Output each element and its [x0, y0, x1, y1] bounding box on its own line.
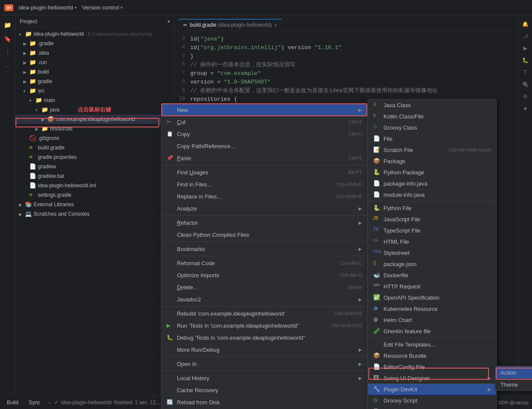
ctx-item-debug-tests[interactable]: 🐛 Debug 'Tests in 'com.example.ideaplugi… [161, 332, 367, 344]
sub-item-js-file[interactable]: JS JavaScript File [368, 214, 496, 225]
sub-item-kotlin[interactable]: K Kotlin Class/File [368, 111, 496, 122]
sub-item-package[interactable]: 📦 Package [368, 155, 496, 167]
ctx-item-reload[interactable]: 🔄 Reload from Disk [161, 396, 367, 408]
ctx-item-javadoc[interactable]: Javadoc2 ▶ [161, 293, 367, 305]
sub-item-http-req[interactable]: API HTTP Request [368, 281, 496, 292]
tree-item-gradlew[interactable]: 📄 gradlew [15, 162, 174, 171]
project-selector[interactable]: idea-plugin-helloworld ▾ [19, 4, 77, 11]
sub-item-python-file[interactable]: 🐍 Python File [368, 202, 496, 214]
sub-item-groovy-class[interactable]: G Groovy Class [368, 122, 496, 133]
sub-item-groovy-script[interactable]: G Groovy Script [368, 395, 496, 406]
sub-label-plugin-devkit: Plugin DevKit [384, 386, 417, 393]
sub-item-java-class[interactable]: J Java Class [368, 99, 496, 111]
sub-item-swing[interactable]: 🖼 Swing UI Designer ▶ [368, 372, 496, 384]
ctx-item-paste[interactable]: 📌 Paste Ctrl+V [161, 152, 367, 164]
notifications-icon[interactable]: 🔔 [520, 19, 531, 29]
tree-item-iml[interactable]: 📄 idea-plugin-helloworld.iml [15, 181, 174, 190]
tree-item-idea[interactable]: ▶ 📁 .idea [15, 48, 174, 58]
sub-item-dockerfile[interactable]: 🐋 Dockerfile [368, 270, 496, 281]
sub-item-file[interactable]: 📄 File [368, 133, 496, 144]
subsub-item-action[interactable]: Action [495, 366, 532, 378]
ctx-item-analyze[interactable]: Analyze ▶ [161, 202, 367, 214]
bookmarks-icon[interactable]: 🔖 [2, 33, 14, 45]
sub-item-res-bundle[interactable]: 📦 Resource Bundle [368, 350, 496, 361]
ctx-item-optimize[interactable]: Optimize Imports Ctrl+Alt+O [161, 269, 367, 281]
tree-item-gradlewbat[interactable]: 📄 gradlew.bat [15, 171, 174, 181]
sub-item-ts-file[interactable]: TS TypeScript File [368, 225, 496, 236]
plugins-icon[interactable]: 🔌 [520, 79, 531, 90]
debug-icon[interactable]: 🐛 [520, 55, 531, 65]
tree-item-settings[interactable]: ≡ settings.gradle [15, 190, 174, 200]
sub-item-openapi[interactable]: ✅ OpenAPI Specification [368, 292, 496, 303]
settings-gear-icon[interactable]: ⚙ [520, 91, 531, 102]
sub-item-module-info[interactable]: 📄 module-info.java [368, 189, 496, 200]
ctx-item-rebuild[interactable]: Rebuild 'com.example.ideapluginhelloworl… [161, 307, 367, 319]
tree-item-package[interactable]: ▶ 📦 com.example.ideapluginhelloworld [15, 115, 174, 124]
sub-item-python-pkg[interactable]: 🐍 Python Package [368, 167, 496, 178]
tree-item-root[interactable]: ▾ 📁 idea-plugin-helloworld E:\code\works… [15, 29, 174, 39]
tree-item-external-libs[interactable]: ▶ 📚 External Libraries [15, 200, 174, 209]
ctx-item-cleanpython[interactable]: Clean Python Compiled Files [161, 229, 367, 241]
ctx-item-copy[interactable]: 📋 Copy Ctrl+C [161, 128, 367, 140]
build-tab[interactable]: Build [3, 399, 22, 406]
ctx-item-localhistory[interactable]: Local History ▶ [161, 372, 367, 384]
ctx-item-findinfiles[interactable]: Find in Files... Ctrl+Shift+F [161, 178, 367, 190]
project-view-icon[interactable]: 📁 [2, 19, 14, 31]
sub-item-k8s[interactable]: ☸ Kubernetes Resource [368, 303, 496, 314]
tree-item-gradle-folder[interactable]: ▶ 📁 gradle [15, 77, 174, 86]
sidebar-header: Project ▾ [15, 15, 174, 28]
tree-item-src[interactable]: ▾ 📁 src [15, 86, 174, 96]
run-icon[interactable]: ▶ [520, 43, 531, 53]
ctx-item-copypath[interactable]: Copy Path/Reference... [161, 140, 367, 152]
structure-icon[interactable]: ⋮ [2, 46, 14, 59]
folder-icon: 📁 [29, 68, 36, 75]
tree-item-gradleprops[interactable]: ≡ gradle.properties [15, 152, 174, 162]
tree-label-build: build [38, 69, 49, 75]
git-icon[interactable]: ⎇ [520, 31, 531, 41]
app-icon: IH [4, 4, 13, 11]
sub-item-package-info[interactable]: 📄 package-info.java [368, 178, 496, 189]
ctx-item-more-run[interactable]: More Run/Debug ▶ [161, 344, 367, 356]
ctx-item-new[interactable]: New ▶ [161, 104, 367, 116]
subsub-item-theme[interactable]: Theme [495, 378, 532, 390]
sub-item-stylesheet[interactable]: CSS Stylesheet [368, 247, 496, 258]
editor-tab-buildgradle[interactable]: ✏ build.gradle (idea-plugin-helloworld) … [178, 19, 282, 31]
ctx-item-reformat[interactable]: Reformat Code Ctrl+Alt+L [161, 257, 367, 269]
tree-item-main[interactable]: ▾ 📁 main [15, 96, 174, 105]
tree-item-gitignore[interactable]: 🚫 .gitignore [15, 133, 174, 143]
tree-item-buildgradle[interactable]: ≡ build.gradle [15, 143, 174, 152]
folder-icon: 📁 [35, 97, 42, 104]
ctx-item-bookmarks[interactable]: Bookmarks ▶ [161, 243, 367, 255]
sync-close-icon[interactable]: × [48, 400, 50, 405]
tree-label-src: src [38, 88, 45, 94]
ctx-item-delete[interactable]: Delete... Delete [161, 281, 367, 293]
sub-item-gherkin[interactable]: 🥒 Gherkin feature file [368, 325, 496, 337]
sub-item-data-source[interactable]: 🗄 Data Source in Path [368, 406, 496, 409]
sub-item-pkgjson[interactable]: {} package.json [368, 258, 496, 270]
tree-item-scratches[interactable]: ▶ 💻 Scratches and Consoles [15, 209, 174, 219]
ctx-item-run-tests[interactable]: ▶ Run 'Tests in 'com.example.ideapluginh… [161, 319, 367, 332]
tree-item-run[interactable]: ▶ 📁 .run [15, 58, 174, 67]
terminal-icon[interactable]: T [520, 67, 531, 77]
ctx-item-replaceinfiles[interactable]: Replace in Files... Ctrl+Shift+R [161, 190, 367, 202]
ctx-item-refactor[interactable]: Refactor ▶ [161, 217, 367, 229]
tree-item-resources[interactable]: ▶ 📁 resources [15, 124, 174, 133]
tree-item-build-folder[interactable]: ▶ 📁 build [15, 67, 174, 77]
sub-item-html[interactable]: <> HTML File [368, 236, 496, 247]
version-control-selector[interactable]: Version control ▾ [82, 4, 123, 11]
tree-item-gradle-hidden[interactable]: ▶ 📁 .gradle [15, 39, 174, 48]
more-tools-icon[interactable]: ··· [2, 60, 14, 72]
bookmark-icon[interactable]: ★ [520, 103, 531, 114]
sub-item-edit-templates[interactable]: Edit File Templates... [368, 339, 496, 350]
ctx-item-openin[interactable]: Open In ▶ [161, 358, 367, 370]
ctx-item-cacherecovery[interactable]: Cache Recovery [161, 384, 367, 396]
tab-close-icon[interactable]: × [274, 22, 277, 28]
sub-item-helm[interactable]: ⚙ Helm Chart [368, 314, 496, 325]
ctx-item-cut[interactable]: ✂ Cut Ctrl+X [161, 116, 367, 128]
tree-item-java[interactable]: ▾ 📁 java [15, 105, 174, 115]
sub-item-plugin-devkit[interactable]: 🔧 Plugin DevKit ▶ [368, 384, 496, 395]
sync-tab[interactable]: Sync [25, 399, 44, 406]
sub-item-editorconfig[interactable]: 📄 EditorConfig File [368, 361, 496, 372]
ctx-item-findusages[interactable]: Find Usages Alt+F7 [161, 166, 367, 178]
sub-item-scratch[interactable]: 📝 Scratch File Ctrl+Alt+Shift+Insert [368, 144, 496, 155]
